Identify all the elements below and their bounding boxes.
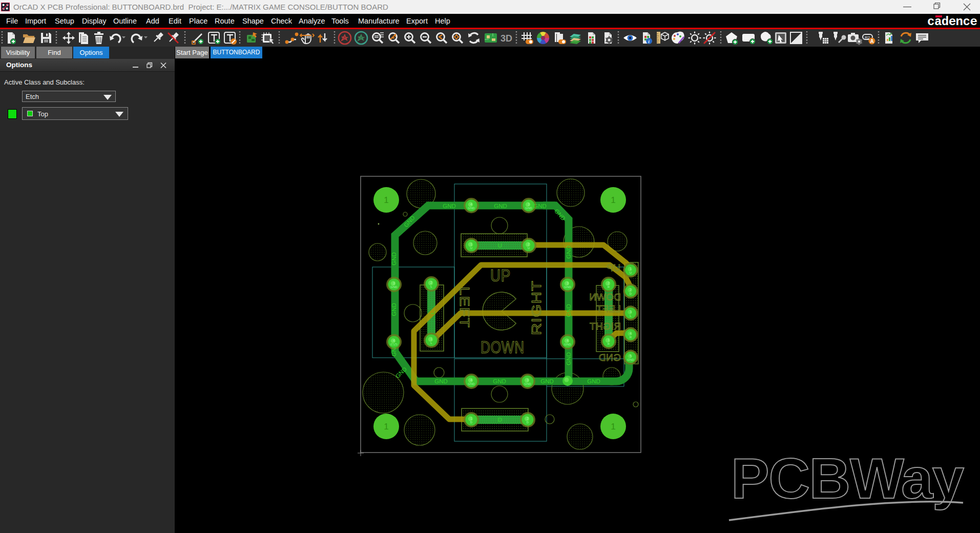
svg-text:GND: GND [540, 378, 554, 384]
svg-text:UP: UP [490, 266, 511, 285]
svg-text:RIGHT: RIGHT [529, 280, 544, 335]
svg-text:2: 2 [608, 281, 610, 285]
svg-text:U: U [528, 247, 530, 250]
svg-text:GND: GND [391, 303, 397, 316]
svg-text:4: 4 [470, 378, 472, 382]
svg-text:GND: GND [566, 304, 572, 317]
svg-text:GND: GND [390, 285, 398, 289]
svg-text:1: 1 [611, 195, 615, 205]
svg-text:U: U [470, 247, 472, 250]
svg-text:3: 3 [527, 378, 529, 382]
svg-text:5: 5 [630, 354, 632, 358]
svg-text:1: 1 [384, 195, 388, 205]
svg-text:U: U [630, 271, 632, 274]
svg-text:GND: GND [566, 352, 572, 365]
svg-text:RIGHT: RIGHT [589, 321, 621, 332]
svg-text:4: 4 [393, 339, 395, 342]
svg-text:3: 3 [393, 281, 395, 285]
svg-text:1: 1 [470, 242, 472, 246]
svg-text:D: D [498, 417, 502, 423]
svg-text:LEFT: LEFT [457, 286, 472, 328]
svg-text:D: D [527, 421, 529, 424]
svg-text:A: A [870, 38, 874, 44]
svg-text:L: L [430, 311, 436, 314]
svg-text:2: 2 [528, 242, 530, 246]
svg-text:GND: GND [564, 285, 571, 289]
svg-text:GND: GND [533, 203, 547, 209]
svg-text:GND: GND [468, 207, 475, 210]
svg-text:GND: GND [524, 382, 531, 385]
svg-text:GND: GND [494, 203, 507, 209]
svg-text:D: D [630, 292, 632, 295]
svg-text:4: 4 [470, 202, 472, 206]
svg-text:DOWN: DOWN [481, 338, 525, 357]
svg-text:GND: GND [443, 203, 456, 209]
svg-text:1: 1 [384, 422, 388, 432]
svg-text:GND: GND [525, 207, 532, 210]
svg-text:1: 1 [630, 267, 632, 271]
svg-text:UP: UP [607, 262, 620, 273]
svg-text:GND: GND [468, 382, 475, 385]
svg-text:3: 3 [567, 281, 569, 285]
svg-text:cadence: cadence [927, 15, 977, 28]
svg-text:R: R [608, 285, 610, 289]
svg-text:GND: GND [566, 245, 572, 259]
svg-text:GND: GND [598, 352, 621, 363]
svg-text:2: 2 [630, 288, 632, 292]
svg-text:GND: GND [391, 252, 397, 265]
svg-text:2: 2 [527, 417, 529, 420]
svg-text:3: 3 [630, 310, 632, 314]
svg-text:4: 4 [567, 339, 569, 342]
svg-text:3: 3 [528, 202, 530, 206]
svg-text:GND: GND [564, 343, 571, 346]
svg-text:U: U [498, 242, 502, 249]
svg-text:GND: GND [434, 378, 448, 384]
svg-text:GND: GND [587, 378, 600, 384]
svg-text:LEFT: LEFT [596, 303, 621, 314]
svg-text:3D: 3D [501, 33, 512, 44]
svg-text:GND: GND [493, 378, 506, 384]
svg-text:R: R [608, 342, 610, 345]
svg-text:1: 1 [611, 422, 615, 432]
svg-text:1: 1 [430, 337, 432, 341]
svg-text:1: 1 [470, 417, 472, 420]
svg-text:R: R [630, 336, 632, 339]
svg-text:DOWN: DOWN [589, 292, 621, 302]
svg-text:GND: GND [627, 358, 634, 361]
svg-text:GND: GND [391, 343, 397, 357]
svg-text:D: D [470, 421, 473, 424]
svg-text:4: 4 [630, 332, 632, 335]
svg-text:2: 2 [430, 281, 432, 284]
svg-text:1: 1 [608, 338, 610, 342]
